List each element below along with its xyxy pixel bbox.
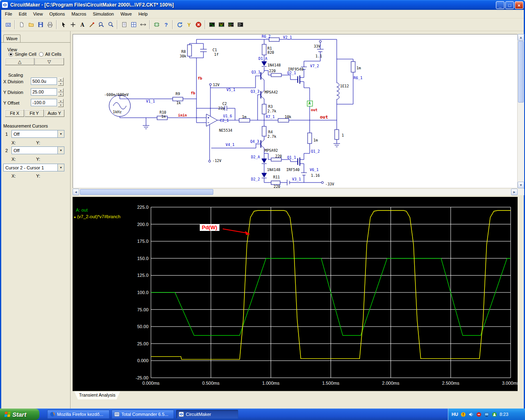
dropdown-arrow-icon[interactable]: ▼ <box>57 147 64 154</box>
start-button[interactable]: Start <box>0 409 39 420</box>
y-division-spinner[interactable]: ▲▼ <box>58 88 64 96</box>
schematic-label: 1kHz <box>113 110 122 114</box>
menu-macros[interactable]: Macros <box>68 11 89 17</box>
taskbar-task-firefox[interactable]: Mozilla Firefox kezdő... <box>47 410 110 419</box>
tray-antivirus-icon[interactable] <box>476 412 482 417</box>
taskbar-task-circuitmaker[interactable]: CircuitMaker <box>176 410 238 419</box>
cell-down-button[interactable]: ▽ <box>34 58 64 65</box>
probe-tool-button[interactable] <box>87 20 96 30</box>
y-tick-label: 25.00 <box>137 341 148 346</box>
cursor-diff-dropdown[interactable]: Cursor 2 - Cursor 1 ▼ <box>3 164 64 171</box>
stop-simulation-button[interactable] <box>194 20 203 30</box>
rerun-simulation-icon <box>176 21 183 28</box>
x-division-label: X Division <box>3 79 23 84</box>
auto-y-button[interactable]: Auto Y <box>44 110 64 117</box>
parts-browser-button[interactable] <box>3 20 13 30</box>
vscroll-thumb[interactable] <box>518 41 524 103</box>
maximize-button[interactable]: □ <box>505 1 514 9</box>
tray-alert-icon[interactable] <box>461 412 466 417</box>
menu-file[interactable]: File <box>2 11 16 17</box>
menu-simulation[interactable]: Simulation <box>89 11 117 17</box>
schematic-hscrollbar[interactable]: ◄ ► <box>73 189 518 195</box>
schematic-label: V1_1 <box>146 99 155 103</box>
schematic-vscrollbar[interactable]: ▲ ▼ <box>518 34 524 188</box>
toolbar-separator <box>117 20 118 29</box>
dropdown-arrow-icon[interactable]: ▼ <box>57 164 64 171</box>
waveform-canvas[interactable]: 225.0200.0175.0150.0125.0100.075.0050.00… <box>73 197 518 391</box>
mosfet-Q1_1 <box>298 158 300 166</box>
grid-view-button[interactable] <box>129 20 138 30</box>
ground-icon <box>143 126 149 129</box>
clock[interactable]: 8:23 <box>500 412 508 417</box>
resistor-R8 <box>187 45 192 56</box>
capacitor-C2 <box>225 106 227 111</box>
menu-help[interactable]: Help <box>135 11 151 17</box>
open-file-button[interactable] <box>26 20 36 30</box>
fit-y-button[interactable]: Fit Y <box>25 110 44 117</box>
zoom-tool-button[interactable] <box>106 20 115 30</box>
schematic-canvas[interactable]: R6_2V2_133VR1820C11fR830k1.1D1_A1N4148IR… <box>73 34 517 188</box>
waveform-area[interactable]: 225.0200.0175.0150.0125.0100.075.0050.00… <box>73 197 518 391</box>
hscroll-thumb[interactable] <box>80 189 213 195</box>
x-division-spinner[interactable]: ▲▼ <box>58 78 64 85</box>
radio-single-cell[interactable] <box>9 52 13 57</box>
radio-single-cell-label[interactable]: Single Cell <box>15 52 37 57</box>
wire-tool-button[interactable] <box>68 20 78 30</box>
schematic-label: R9 <box>176 92 180 96</box>
print-button[interactable] <box>45 20 55 30</box>
cursor1-y-label: Y: <box>36 140 40 145</box>
help-button[interactable]: ? <box>161 20 171 30</box>
menu-view[interactable]: View <box>30 11 46 17</box>
fit-x-button[interactable]: Fit X <box>5 110 24 117</box>
schematic-label: 2.7k <box>267 135 276 139</box>
page-view-button[interactable] <box>119 20 129 30</box>
dropdown-arrow-icon[interactable]: ▼ <box>57 130 64 137</box>
tab-transient-analysis[interactable]: Transient Analysis <box>74 391 120 399</box>
scope-xy-button[interactable] <box>207 20 217 30</box>
y-offset-spinner[interactable]: ▲▼ <box>58 99 64 106</box>
title-bar[interactable]: CircuitMaker - [C:\Program Files\Circuit… <box>0 0 525 10</box>
zoom-window-tool-button[interactable] <box>96 20 106 30</box>
x-division-input[interactable] <box>31 78 57 85</box>
text-tool-button[interactable]: A <box>78 20 87 30</box>
minimize-button[interactable]: _ <box>496 1 504 9</box>
rerun-simulation-button[interactable] <box>175 20 184 30</box>
radio-all-cells-label[interactable]: All Cells <box>45 52 62 57</box>
y-division-input[interactable] <box>31 88 57 96</box>
trace-setup-button[interactable]: Y <box>184 20 194 30</box>
language-indicator[interactable]: HU <box>452 412 458 417</box>
zoom-tool-icon <box>107 21 114 28</box>
cell-up-button[interactable]: △ <box>5 58 34 65</box>
scope-split-button[interactable] <box>226 20 235 30</box>
cursor2-dropdown[interactable]: Off ▼ <box>11 146 64 154</box>
save-file-button[interactable] <box>36 20 45 30</box>
close-button[interactable]: × <box>515 1 523 9</box>
schematic-area[interactable]: R6_2V2_133VR1820C11fR830k1.1D1_A1N4148IR… <box>73 34 518 188</box>
resistor-R6_1 <box>351 62 355 72</box>
menu-wave[interactable]: Wave <box>117 11 135 17</box>
mosfet-Q2_1 <box>298 75 300 84</box>
tab-wave[interactable]: Wave <box>3 34 21 43</box>
select-tool-button[interactable] <box>59 20 68 30</box>
digital-chip-button[interactable] <box>152 20 161 30</box>
tray-network-icon[interactable] <box>484 412 489 417</box>
radio-all-cells[interactable] <box>39 52 43 57</box>
schematic-label: out <box>320 114 328 120</box>
cursor1-index: 1 <box>5 132 8 137</box>
tray-volume-icon[interactable] <box>468 412 474 417</box>
schematic-label: fb <box>198 76 202 80</box>
schematic-label: fb <box>191 91 195 95</box>
menu-edit[interactable]: Edit <box>16 11 30 17</box>
fit-view-button[interactable] <box>138 20 148 30</box>
scope-params-button[interactable] <box>235 20 245 30</box>
y-tick-label: -25.00 <box>136 375 148 380</box>
menu-options[interactable]: Options <box>46 11 68 17</box>
y-offset-input[interactable] <box>31 99 57 106</box>
new-file-button[interactable] <box>17 20 26 30</box>
terminal-33V <box>320 41 322 43</box>
taskbar-task-totalcommander[interactable]: Total Commander 6.5... <box>112 410 174 419</box>
scope-multi-button[interactable] <box>217 20 226 30</box>
tray-messenger-icon[interactable] <box>492 412 497 417</box>
cursor1-dropdown[interactable]: Off ▼ <box>11 130 64 138</box>
pd-annotation-arrow <box>223 229 250 235</box>
